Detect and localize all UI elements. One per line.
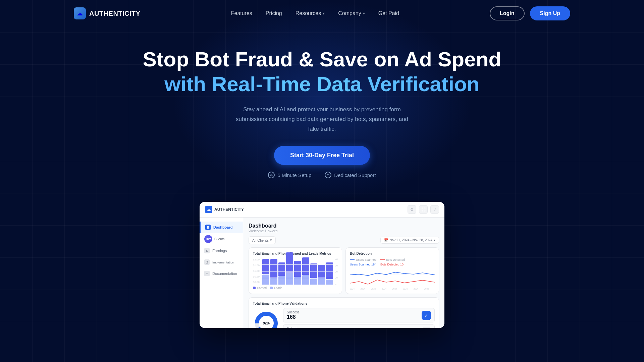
window-logo-icon: ☁ <box>205 206 212 213</box>
validation-chart-card: Total Email and Phone Validations 92% <box>249 297 439 328</box>
svg-text:2024: 2024 <box>350 288 355 290</box>
donut-chart: 92% <box>253 310 280 328</box>
dashboard-container: ☁ AUTHENTICITY ⚙ ⛶ ⤢ ▦ Dashboard HW Clie… <box>0 192 644 328</box>
hero-subtitle: Stay ahead of AI and protect your busine… <box>235 105 409 134</box>
users-scanned-stat: Users Scanned 184 <box>350 263 376 266</box>
calendar-icon: 📅 <box>384 238 388 242</box>
legend-line-red <box>380 259 385 260</box>
bar-group <box>326 262 333 285</box>
legend-earned: Earned <box>253 286 267 290</box>
sidebar-item-clients[interactable]: HW Clients <box>200 233 243 245</box>
bar-group <box>262 259 269 285</box>
legend-dot-leads <box>270 287 273 289</box>
bar-chart-card: Total Email and Phone Earned and Leads M… <box>249 247 342 294</box>
signup-button[interactable]: Sign Up <box>530 6 570 20</box>
dashboard-icon: ▦ <box>205 225 211 230</box>
y-axis: $2.00 $1.50 $1.00 $0.50 $0.00 <box>253 258 261 284</box>
nav-resources[interactable]: Resources ▾ <box>296 10 325 16</box>
svg-text:2024: 2024 <box>371 288 376 290</box>
window-body: ▦ Dashboard HW Clients $ Earnings ⟨⟩ Imp… <box>200 218 444 328</box>
sidebar-item-dashboard[interactable]: ▦ Dashboard <box>200 222 243 233</box>
chart-legend: Earned Leads <box>253 286 338 290</box>
bar-group <box>270 259 277 285</box>
chevron-down-icon: ▾ <box>434 238 435 242</box>
nav-actions: Login Sign Up <box>490 6 570 20</box>
clients-avatar: HW <box>204 235 212 243</box>
nav-features[interactable]: Features <box>231 10 252 16</box>
dashboard-title: Dashboard <box>249 223 439 229</box>
validation-split: 92% Success 168 ✓ <box>253 308 435 328</box>
bar-chart-title: Total Email and Phone Earned and Leads M… <box>253 252 338 255</box>
brand-name: AUTHENTICITY <box>89 10 141 17</box>
svg-text:2024: 2024 <box>403 288 408 290</box>
hero-badge-setup: ⊙ 5 Minute Setup <box>268 172 311 178</box>
hero-title: Stop Bot Fraud & Save on Ad Spend with R… <box>7 47 637 97</box>
failure-icon: ✕ <box>422 327 431 328</box>
trial-button[interactable]: Start 30-Day Free Trial <box>274 146 370 165</box>
toolbar-row: All Clients ▾ 📅 Nov 21, 2024 - Nov 28, 2… <box>249 236 439 244</box>
bot-stats: Users Scanned 184 Bots Detected 10 <box>350 263 435 266</box>
bar-earned <box>286 252 293 273</box>
grid-line <box>262 278 333 278</box>
hero-badge-support: ⊙ Dedicated Support <box>325 172 376 178</box>
grid-line <box>262 264 333 265</box>
client-filter[interactable]: All Clients ▾ <box>249 236 276 244</box>
success-label: Success <box>287 310 300 314</box>
win-ctrl-2[interactable]: ⛶ <box>419 205 428 214</box>
legend-dot-earned <box>253 287 256 289</box>
hero-cta: Start 30-Day Free Trial <box>7 146 637 165</box>
nav-links: Features Pricing Resources ▾ Company ▾ G… <box>231 10 399 16</box>
nav-company[interactable]: Company ▾ <box>338 10 365 16</box>
login-button[interactable]: Login <box>490 6 525 20</box>
clock-icon-2: ⊙ <box>325 172 331 178</box>
bar-earned <box>302 257 309 275</box>
bar-leads <box>286 273 293 285</box>
bars-area <box>262 258 333 285</box>
validation-title: Total Email and Phone Validations <box>253 302 435 305</box>
window-titlebar: ☁ AUTHENTICITY ⚙ ⛶ ⤢ <box>200 202 444 218</box>
bar-leads <box>262 275 269 285</box>
bar-earned <box>262 259 269 274</box>
dashboard-welcome: Welcome Howard <box>249 229 439 233</box>
date-range-picker[interactable]: 📅 Nov 21, 2024 - Nov 28, 2024 ▾ <box>380 237 439 244</box>
bar-group <box>286 252 293 285</box>
sidebar-item-implementation[interactable]: ⟨⟩ Implementation <box>200 256 243 268</box>
legend-line-blue <box>350 259 355 260</box>
legend-bots-detected: Bots Detected <box>380 258 405 261</box>
navbar: ☁ AUTHENTICITY Features Pricing Resource… <box>0 0 644 27</box>
win-ctrl-3[interactable]: ⤢ <box>430 205 439 214</box>
hero-title-line2: with Real-Time Data Verification <box>7 72 637 97</box>
app-main: Dashboard Welcome Howard All Clients ▾ 📅… <box>243 218 444 328</box>
nav-pricing[interactable]: Pricing <box>266 10 282 16</box>
app-sidebar: ▦ Dashboard HW Clients $ Earnings ⟨⟩ Imp… <box>200 218 243 328</box>
bot-legend-row: Users Scanned Bots Detected <box>350 258 435 261</box>
svg-text:2024: 2024 <box>392 288 397 290</box>
chevron-down-icon: ▾ <box>363 11 365 16</box>
chevron-down-icon: ▾ <box>270 238 272 242</box>
bar-group <box>318 265 325 285</box>
bar-earned <box>294 261 301 277</box>
dashboard-window: ☁ AUTHENTICITY ⚙ ⛶ ⤢ ▦ Dashboard HW Clie… <box>200 202 444 328</box>
svg-text:2024: 2024 <box>424 288 429 290</box>
svg-text:2024: 2024 <box>414 288 418 290</box>
sidebar-item-documentation[interactable]: ≡ Documentation <box>200 268 243 279</box>
failure-card: Failure 14 ✕ <box>283 324 435 328</box>
validation-side: Success 168 ✓ Failure 14 <box>280 308 435 328</box>
bar-leads <box>294 277 301 285</box>
implementation-icon: ⟨⟩ <box>204 259 210 265</box>
chevron-down-icon: ▾ <box>323 11 325 16</box>
legend-users-scanned: Users Scanned <box>350 258 377 261</box>
legend-leads: Leads <box>270 286 282 290</box>
success-info: Success 168 <box>287 310 300 320</box>
svg-point-9 <box>257 314 276 328</box>
svg-text:2024: 2024 <box>382 288 386 290</box>
bot-detection-card: Bot Detection Users Scanned Bots Detecte… <box>345 247 439 294</box>
donut-area: 92% <box>253 308 280 328</box>
win-ctrl-1[interactable]: ⚙ <box>408 205 416 214</box>
bar-earned <box>270 259 277 278</box>
brand-logo[interactable]: ☁ AUTHENTICITY <box>74 7 141 19</box>
sidebar-item-earnings[interactable]: $ Earnings <box>200 245 243 256</box>
bar-leads <box>270 278 277 285</box>
bots-line <box>350 280 435 284</box>
nav-get-paid[interactable]: Get Paid <box>378 10 399 16</box>
